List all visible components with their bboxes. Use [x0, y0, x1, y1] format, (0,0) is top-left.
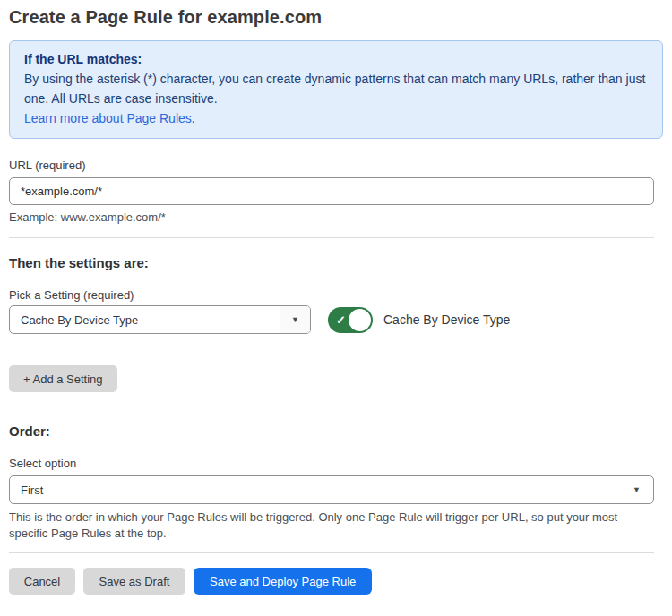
page-rule-form: Create a Page Rule for example.com If th…: [0, 0, 672, 595]
save-as-draft-button[interactable]: Save as Draft: [83, 568, 185, 595]
order-helper-text: This is the order in which your Page Rul…: [9, 509, 649, 542]
check-icon: ✓: [336, 314, 346, 326]
order-section-heading: Order:: [9, 424, 663, 439]
info-callout-heading: If the URL matches:: [24, 52, 142, 66]
url-example-helper: Example: www.example.com/*: [9, 210, 663, 224]
url-input[interactable]: [9, 177, 654, 205]
order-select[interactable]: First ▼: [9, 475, 654, 504]
url-match-info-callout: If the URL matches: By using the asteris…: [9, 40, 663, 139]
setting-picker-label: Pick a Setting (required): [9, 288, 663, 302]
setting-select-arrow-box[interactable]: ▼: [280, 306, 310, 333]
info-callout-body: By using the asterisk (*) character, you…: [24, 69, 646, 108]
save-and-deploy-button[interactable]: Save and Deploy Page Rule: [194, 568, 372, 595]
footer-divider: [9, 552, 654, 553]
setting-enabled-toggle[interactable]: ✓: [328, 307, 373, 333]
learn-more-link[interactable]: Learn more about Page Rules: [24, 111, 192, 125]
toggle-caption: Cache By Device Type: [383, 312, 510, 327]
section-divider: [9, 237, 654, 238]
url-field-label: URL (required): [9, 158, 663, 172]
chevron-down-icon: ▼: [633, 486, 641, 494]
setting-row: Cache By Device Type ▼ ✓ Cache By Device…: [9, 305, 663, 334]
chevron-down-icon: ▼: [291, 316, 299, 324]
footer-actions: Cancel Save as Draft Save and Deploy Pag…: [9, 568, 663, 595]
order-select-value: First: [10, 483, 43, 497]
order-select-label: Select option: [9, 457, 663, 470]
toggle-knob: [349, 309, 371, 331]
add-setting-button[interactable]: + Add a Setting: [9, 365, 117, 392]
section-divider: [9, 406, 654, 406]
info-callout-link-line: Learn more about Page Rules.: [24, 111, 195, 125]
setting-select[interactable]: Cache By Device Type ▼: [9, 305, 311, 334]
cancel-button[interactable]: Cancel: [9, 568, 75, 595]
link-suffix: .: [192, 111, 195, 125]
setting-select-value: Cache By Device Type: [10, 313, 280, 327]
page-title: Create a Page Rule for example.com: [9, 7, 663, 28]
settings-section-heading: Then the settings are:: [9, 255, 663, 270]
